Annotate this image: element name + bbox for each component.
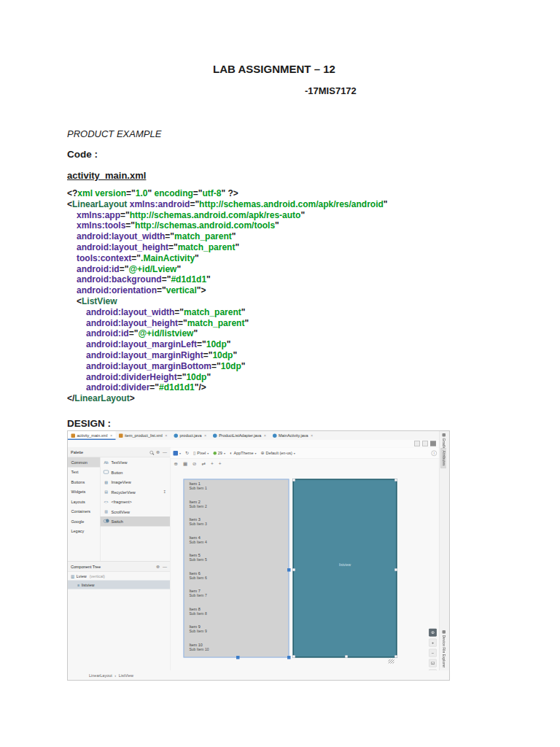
palette-category-buttons[interactable]: Buttons bbox=[68, 477, 100, 487]
studio-body: Palette ⊛ — CommonTextButtonsWidgetsLayo… bbox=[68, 448, 440, 671]
api-selector[interactable]: 29 ▾ bbox=[213, 451, 225, 455]
close-tab-icon[interactable]: × bbox=[311, 433, 313, 438]
close-tab-icon[interactable]: × bbox=[204, 433, 206, 438]
zoom-to-fit-icon[interactable]: ⊕ bbox=[429, 629, 437, 637]
resize-handle[interactable] bbox=[394, 655, 397, 658]
code-token: #d1d1d1 bbox=[171, 274, 206, 285]
code-token: > bbox=[130, 393, 135, 403]
resize-handle[interactable] bbox=[287, 568, 291, 572]
theme-selector[interactable]: ◐ AppTheme ▾ bbox=[230, 451, 257, 456]
list-item-subtitle: Sub Item 2 bbox=[190, 504, 289, 508]
resize-handle[interactable] bbox=[394, 568, 397, 571]
palette-item[interactable]: Button bbox=[101, 468, 171, 478]
close-tab-icon[interactable]: × bbox=[110, 433, 112, 438]
code-token: xml version bbox=[77, 188, 126, 198]
autoconnect-off-icon[interactable]: ⊘ bbox=[192, 461, 196, 467]
editor-tab[interactable]: item_product_list.xml× bbox=[116, 431, 171, 440]
editor-tab[interactable]: activity_main.xml× bbox=[68, 431, 116, 440]
palette-category-widgets[interactable]: Widgets bbox=[68, 487, 100, 498]
chevron-down-icon: ▾ bbox=[294, 452, 295, 455]
view-options-icon[interactable]: ▦ bbox=[183, 461, 187, 467]
zoom-in-icon[interactable]: + bbox=[429, 639, 437, 647]
close-tab-icon[interactable]: × bbox=[165, 433, 167, 438]
palette-item[interactable]: ▨ImageView bbox=[101, 477, 171, 487]
resize-handle[interactable] bbox=[292, 479, 295, 481]
theme-icon: ◐ bbox=[230, 451, 233, 456]
device-label: Pixel bbox=[197, 451, 206, 455]
gear-icon[interactable]: ⊛ bbox=[156, 450, 160, 455]
gear-icon[interactable]: ⊛ bbox=[156, 564, 160, 569]
code-token: android:dividerHeight bbox=[86, 372, 177, 382]
zoom-out-icon[interactable]: − bbox=[429, 649, 437, 657]
pan-vertical-icon[interactable]: + bbox=[219, 461, 222, 467]
code-token: match_parent bbox=[174, 231, 232, 241]
minimize-icon[interactable]: — bbox=[163, 450, 167, 455]
code-token: android:layout_marginLeft bbox=[86, 339, 197, 349]
palette-category-google[interactable]: Google bbox=[68, 516, 100, 527]
zoom-icon[interactable]: ⊕ bbox=[174, 461, 178, 467]
component-tree-nodes: ▥Lview(vertical)≡listview bbox=[68, 572, 170, 589]
code-token: ListView bbox=[82, 296, 117, 306]
design-view-icon[interactable] bbox=[430, 441, 436, 446]
info-icon[interactable]: i bbox=[432, 450, 438, 456]
resize-handle[interactable] bbox=[292, 568, 295, 571]
device-selector[interactable]: ▯ Pixel ▾ bbox=[193, 451, 209, 456]
pan-horizontal-icon[interactable]: + bbox=[211, 461, 214, 467]
palette-category-common[interactable]: Common bbox=[68, 457, 100, 468]
resize-handle[interactable] bbox=[292, 655, 295, 658]
palette-category-layouts[interactable]: Layouts bbox=[68, 497, 100, 507]
code-token: " bbox=[235, 242, 239, 252]
resize-handle[interactable] bbox=[394, 479, 397, 481]
code-view-icon[interactable] bbox=[414, 441, 420, 446]
palette-category-legacy[interactable]: Legacy bbox=[68, 527, 100, 537]
surface-resize-gripper[interactable] bbox=[389, 659, 394, 664]
code-token: " bbox=[233, 350, 237, 360]
code-token: android:layout_width bbox=[77, 231, 165, 241]
code-token: android:background bbox=[77, 274, 162, 285]
code-line: tools:context=".MainActivity" bbox=[77, 253, 388, 264]
palette-category-containers[interactable]: Containers bbox=[68, 507, 100, 517]
palette-item[interactable]: ▤RecyclerView↧ bbox=[101, 487, 171, 498]
code-token: =" bbox=[129, 328, 139, 338]
code-token: 10dp bbox=[221, 361, 241, 371]
code-line: android:background="#d1d1d1" bbox=[77, 274, 388, 285]
palette-item[interactable]: <><fragment> bbox=[101, 497, 171, 507]
palette-item[interactable]: AbTextView bbox=[101, 457, 171, 468]
design-view-preview[interactable]: Item 1Sub Item 1Item 2Sub Item 2Item 3Su… bbox=[184, 479, 289, 658]
minimize-icon[interactable]: — bbox=[163, 564, 167, 569]
blueprint-view-preview[interactable]: listview bbox=[293, 479, 397, 658]
zoom-actual-icon[interactable]: ⊡ bbox=[429, 659, 437, 667]
close-tab-icon[interactable]: × bbox=[264, 433, 266, 438]
code-line: android:layout_marginRight="10dp" bbox=[86, 350, 388, 361]
breadcrumb-linearlayout[interactable]: LinearLayout bbox=[89, 673, 112, 678]
default-margins-icon[interactable]: ⇄ bbox=[202, 461, 206, 467]
editor-tab[interactable]: product.java× bbox=[171, 431, 210, 440]
device-file-explorer-icon bbox=[443, 630, 446, 634]
resize-handle[interactable] bbox=[287, 656, 291, 659]
code-token: " bbox=[193, 328, 198, 338]
component-tree-node[interactable]: ≡listview bbox=[68, 581, 170, 589]
palette-item[interactable]: Switch bbox=[101, 516, 171, 527]
locale-selector[interactable]: ⊕ Default (en-us) ▾ bbox=[260, 451, 295, 456]
palette-item[interactable]: ▥ScrollView bbox=[101, 507, 171, 517]
editor-tab[interactable]: ProductListAdapter.java× bbox=[210, 431, 270, 440]
design-surface-selector[interactable]: ▾ bbox=[174, 451, 182, 456]
code-token: encoding bbox=[154, 188, 192, 198]
search-icon[interactable] bbox=[149, 451, 153, 454]
rotate-icon: ↻ bbox=[185, 451, 189, 456]
resize-handle[interactable] bbox=[236, 656, 240, 659]
split-view-icon[interactable] bbox=[422, 441, 428, 446]
tool-window-device-file-explorer[interactable]: Device File Explorer bbox=[442, 630, 446, 667]
tool-window-gradle[interactable]: Gradle bbox=[442, 433, 446, 449]
editor-tab[interactable]: MainActivity.java× bbox=[269, 431, 316, 440]
code-token: =" bbox=[157, 285, 166, 295]
code-token: =" bbox=[149, 382, 159, 392]
list-item-preview: Item 8Sub Item 8 bbox=[184, 605, 289, 623]
component-tree-node[interactable]: ▥Lview(vertical) bbox=[68, 572, 170, 581]
component-tree-header: Component Tree ⊛ — bbox=[68, 562, 170, 572]
resize-handle[interactable] bbox=[345, 655, 348, 658]
tool-window-attributes[interactable]: Attributes bbox=[440, 448, 446, 468]
palette-category-text[interactable]: Text bbox=[68, 468, 100, 478]
breadcrumb-listview[interactable]: ListView bbox=[119, 673, 133, 678]
orientation-button[interactable]: ↻ bbox=[185, 451, 189, 456]
